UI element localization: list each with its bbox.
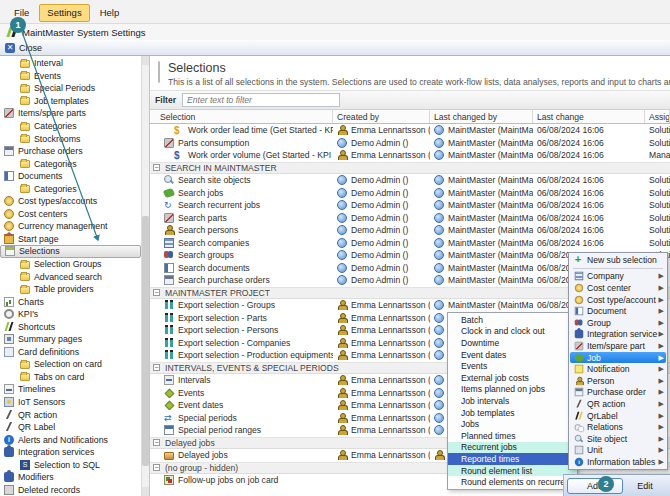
context-menu-item-cost-type-account[interactable]: Cost type/account▶ [570,294,666,306]
menu-item-help[interactable]: Help [92,4,128,22]
table-row[interactable]: Work order volume (Get Started - KPI #1)… [150,149,670,162]
submenu-item-batch[interactable]: Batch [448,314,577,326]
sidebar-item-cost-centers[interactable]: Cost centers [0,208,141,221]
table-row[interactable]: Search jobsDemo Admin ()MaintMaster (Mai… [150,187,670,200]
submenu-item-round-elements-on-recurrent-jobs[interactable]: Round elements on recurrent jobs [448,476,577,488]
submenu-item-job-intervals[interactable]: Job intervals [448,395,577,407]
context-menu-item-group[interactable]: Group▶ [570,317,666,329]
sidebar-item-selections[interactable]: Selections [0,245,141,258]
sidebar-item-special-periods[interactable]: Special Periods [0,82,141,95]
submenu-item-items-planned-on-jobs[interactable]: Items planned on jobs [448,384,577,396]
sidebar-item-categories[interactable]: Categories [0,182,141,195]
context-menu-item-qr-action[interactable]: QR action▶ [570,398,666,410]
sidebar-item-table-providers[interactable]: Table providers [0,283,141,296]
context-menu-item-new-sub-selection[interactable]: New sub selection [570,254,666,266]
sidebar-item-charts[interactable]: Charts [0,295,141,308]
table-row[interactable]: Search recurrent jobsDemo Admin ()MaintM… [150,199,670,212]
table-row[interactable]: Search companiesDemo Admin ()MaintMaster… [150,237,670,250]
context-menu-item-notification[interactable]: Notification▶ [570,363,666,375]
collapse-icon[interactable]: − [153,289,160,296]
sidebar-item-cost-types-accounts[interactable]: Cost types/accounts [0,195,141,208]
submenu-item-clock-in-and-clock-out[interactable]: Clock in and clock out [448,326,577,338]
add-button[interactable]: Add [567,478,623,494]
edit-button[interactable]: Edit [626,478,664,494]
sidebar-item-integration-services[interactable]: Integration services [0,446,141,459]
submenu-item-job-templates[interactable]: Job templates [448,407,577,419]
table-row[interactable]: Search personsDemo Admin ()MaintMaster (… [150,224,670,237]
sidebar-item-card-definitions[interactable]: Card definitions [0,346,141,359]
collapse-icon[interactable]: − [153,464,160,471]
collapse-icon[interactable]: − [153,364,160,371]
column-header-last-changed-by[interactable]: Last changed by [430,110,533,123]
submenu-item-downtime[interactable]: Downtime [448,337,577,349]
alert-icon [4,435,14,445]
sidebar-item-start-page[interactable]: Start page [0,233,141,246]
table-row[interactable]: Parts consumptionDemo Admin ()MaintMaste… [150,137,670,150]
sidebar-item-advanced-search[interactable]: Advanced search [0,270,141,283]
sidebar-item-events[interactable]: Events [0,70,141,83]
submenu-item-planned-times[interactable]: Planned times [448,430,577,442]
context-menu-item-company[interactable]: Company▶ [570,271,666,283]
submenu-item-jobs[interactable]: Jobs [448,418,577,430]
column-header-created-by[interactable]: Created by [333,110,430,123]
context-menu-item-cost-center[interactable]: Cost center▶ [570,282,666,294]
sidebar-item-stockrooms[interactable]: Stockrooms [0,132,141,145]
column-header-last-change[interactable]: Last change [533,110,645,123]
submenu-item-round-element-list[interactable]: Round element list [448,465,577,477]
sidebar-item-kpi-s[interactable]: KPI's [0,308,141,321]
submenu-item-event-dates[interactable]: Event dates [448,349,577,361]
sidebar-item-job-templates[interactable]: Job templates [0,95,141,108]
sidebar-item-tabs-on-card[interactable]: Tabs on card [0,371,141,384]
submenu-arrow-icon: ▶ [659,435,664,443]
filter-input[interactable] [182,93,340,107]
context-menu-item-qrlabel[interactable]: QrLabel▶ [570,410,666,422]
table-row[interactable]: Work order lead time (Get Started - KPI … [150,124,670,137]
context-menu-item-integration-service[interactable]: Integration service▶ [570,329,666,341]
group-row[interactable]: −SEARCH IN MAINTMASTER [150,162,670,175]
sidebar-item-categories[interactable]: Categories [0,157,141,170]
sidebar-item-qr-label[interactable]: QR Label [0,421,141,434]
sidebar-item-iot-sensors[interactable]: IoT Sensors [0,396,141,409]
sidebar-item-label: Categories [34,121,77,131]
context-menu-item-site-object[interactable]: Site object▶ [570,433,666,445]
context-menu-item-document[interactable]: Document▶ [570,305,666,317]
submenu-item-reported-times[interactable]: Reported times [448,453,577,465]
sidebar-scrollbar[interactable] [141,56,149,496]
cell-assigned-to: Solution Ad [645,175,670,185]
sidebar-item-qr-action[interactable]: QR action [0,408,141,421]
sidebar-item-purchase-orders[interactable]: Purchase orders [0,145,141,158]
table-row[interactable]: Search partsDemo Admin ()MaintMaster (Ma… [150,212,670,225]
submenu-item-events[interactable]: Events [448,360,577,372]
sidebar-item-shortcuts[interactable]: Shortcuts [0,320,141,333]
context-menu-item-information-tables[interactable]: Information tables▶ [570,456,666,468]
sidebar-item-interval[interactable]: Interval [0,57,141,70]
context-menu-item-unit[interactable]: Unit▶ [570,445,666,457]
sidebar-item-selection-groups[interactable]: Selection Groups [0,258,141,271]
context-menu-item-job[interactable]: Job▶ [570,352,666,364]
context-menu-item-relations[interactable]: Relations▶ [570,421,666,433]
sidebar-item-categories[interactable]: Categories [0,120,141,133]
context-menu-item-purchase-order[interactable]: Purchase order▶ [570,387,666,399]
context-menu-item-person[interactable]: Person▶ [570,375,666,387]
sidebar-item-items-spare-parts[interactable]: Items/spare parts [0,107,141,120]
collapse-icon[interactable]: − [153,439,160,446]
submenu-item-external-job-costs[interactable]: External job costs [448,372,577,384]
table-row[interactable]: Search site objectsDemo Admin ()MaintMas… [150,174,670,187]
sidebar-item-summary-pages[interactable]: Summary pages [0,333,141,346]
sidebar-item-alerts-and-notifications[interactable]: Alerts and Notifications [0,433,141,446]
collapse-icon[interactable]: − [153,164,160,171]
sidebar-item-timelines[interactable]: Timelines [0,383,141,396]
column-header-assigned-to[interactable]: Assigned to [645,110,670,123]
context-menu-item-item-spare-part[interactable]: Item/spare part▶ [570,340,666,352]
column-header-selection[interactable]: Selection [150,110,333,123]
table-header[interactable]: SelectionCreated byLast changed byLast c… [150,110,670,124]
sidebar-item-selection-on-card[interactable]: Selection on card [0,358,141,371]
close-button[interactable]: Close [19,43,42,53]
sidebar-item-modifiers[interactable]: Modifiers [0,471,141,484]
sidebar-item-deleted-records[interactable]: Deleted records [0,484,141,496]
submenu-item-recurrent-jobs[interactable]: Recurrent jobs [448,442,577,454]
sidebar-item-selection-to-sql[interactable]: Selection to SQL [0,459,141,472]
sidebar-item-documents[interactable]: Documents [0,170,141,183]
menu-item-settings[interactable]: Settings [39,4,89,22]
sidebar-item-currency-management[interactable]: Currency management [0,220,141,233]
